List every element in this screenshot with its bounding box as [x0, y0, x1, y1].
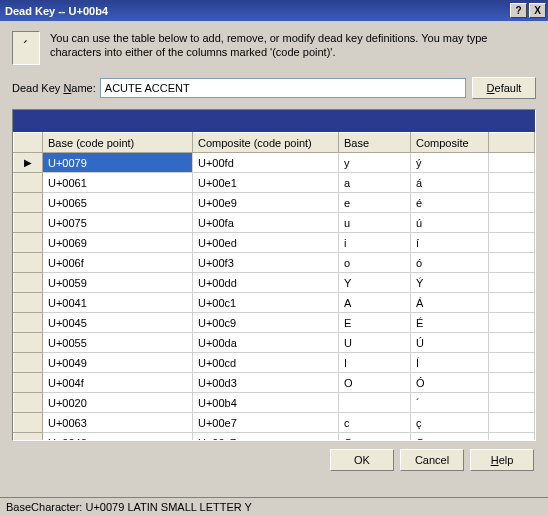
cell-base[interactable]: i [339, 233, 411, 253]
cell-comp_cp[interactable]: U+00ed [193, 233, 339, 253]
cell-base_cp[interactable]: U+0055 [43, 333, 193, 353]
cell-comp_cp[interactable]: U+00c9 [193, 313, 339, 333]
cell-comp_cp[interactable]: U+00d3 [193, 373, 339, 393]
cell-comp_cp[interactable]: U+00e9 [193, 193, 339, 213]
help-dialog-button[interactable]: Help [470, 449, 534, 471]
help-button[interactable]: ? [510, 3, 527, 18]
cell-base[interactable]: U [339, 333, 411, 353]
row-marker[interactable] [14, 313, 43, 333]
table-row[interactable]: U+0020U+00b4´ [14, 393, 535, 413]
cell-base_cp[interactable]: U+0043 [43, 433, 193, 442]
cell-base[interactable]: y [339, 153, 411, 173]
col-composite[interactable]: Composite [411, 133, 489, 153]
cell-base[interactable]: o [339, 253, 411, 273]
cell-base_cp[interactable]: U+004f [43, 373, 193, 393]
cell-base_cp[interactable]: U+0020 [43, 393, 193, 413]
cell-comp_cp[interactable]: U+00f3 [193, 253, 339, 273]
cell-comp[interactable]: Á [411, 293, 489, 313]
table-row[interactable]: ▶U+0079U+00fdyý [14, 153, 535, 173]
table-row[interactable]: U+0063U+00e7cç [14, 413, 535, 433]
cell-base[interactable]: A [339, 293, 411, 313]
close-button[interactable]: X [529, 3, 546, 18]
row-marker[interactable] [14, 353, 43, 373]
cell-comp[interactable]: ó [411, 253, 489, 273]
cell-base_cp[interactable]: U+0049 [43, 353, 193, 373]
cell-base_cp[interactable]: U+0079 [43, 153, 193, 173]
cell-base[interactable]: u [339, 213, 411, 233]
cell-base[interactable]: E [339, 313, 411, 333]
row-marker[interactable] [14, 253, 43, 273]
cell-comp_cp[interactable]: U+00c7 [193, 433, 339, 442]
cell-base_cp[interactable]: U+0061 [43, 173, 193, 193]
cell-comp_cp[interactable]: U+00da [193, 333, 339, 353]
row-marker[interactable]: ▶ [14, 153, 43, 173]
cell-base_cp[interactable]: U+006f [43, 253, 193, 273]
mapping-grid[interactable]: Base (code point) Composite (code point)… [12, 109, 536, 441]
cell-base_cp[interactable]: U+0041 [43, 293, 193, 313]
row-marker[interactable] [14, 273, 43, 293]
table-row[interactable]: U+0041U+00c1AÁ [14, 293, 535, 313]
table-row[interactable]: U+0049U+00cdIÍ [14, 353, 535, 373]
table-row[interactable]: U+0075U+00fauú [14, 213, 535, 233]
cell-base_cp[interactable]: U+0063 [43, 413, 193, 433]
cell-comp_cp[interactable]: U+00fd [193, 153, 339, 173]
cell-comp[interactable]: ´ [411, 393, 489, 413]
cell-comp[interactable]: Ý [411, 273, 489, 293]
cell-comp_cp[interactable]: U+00fa [193, 213, 339, 233]
cell-comp_cp[interactable]: U+00cd [193, 353, 339, 373]
row-marker[interactable] [14, 213, 43, 233]
row-marker[interactable] [14, 413, 43, 433]
cell-base[interactable]: C [339, 433, 411, 442]
cell-comp_cp[interactable]: U+00c1 [193, 293, 339, 313]
cell-comp_cp[interactable]: U+00e1 [193, 173, 339, 193]
row-marker[interactable] [14, 433, 43, 442]
cell-base[interactable]: I [339, 353, 411, 373]
row-marker[interactable] [14, 373, 43, 393]
cell-comp_cp[interactable]: U+00e7 [193, 413, 339, 433]
cell-comp[interactable]: ç [411, 413, 489, 433]
cell-comp[interactable]: Ó [411, 373, 489, 393]
table-row[interactable]: U+004fU+00d3OÓ [14, 373, 535, 393]
cell-base_cp[interactable]: U+0069 [43, 233, 193, 253]
cell-base_cp[interactable]: U+0075 [43, 213, 193, 233]
cell-base_cp[interactable]: U+0059 [43, 273, 193, 293]
dead-key-name-input[interactable] [100, 78, 466, 98]
table-row[interactable]: U+0061U+00e1aá [14, 173, 535, 193]
cell-base[interactable]: O [339, 373, 411, 393]
row-marker[interactable] [14, 393, 43, 413]
row-marker[interactable] [14, 193, 43, 213]
col-composite-codepoint[interactable]: Composite (code point) [193, 133, 339, 153]
default-button[interactable]: Default [472, 77, 536, 99]
col-base[interactable]: Base [339, 133, 411, 153]
col-base-codepoint[interactable]: Base (code point) [43, 133, 193, 153]
cell-base[interactable]: c [339, 413, 411, 433]
cell-base[interactable]: a [339, 173, 411, 193]
cell-comp[interactable]: É [411, 313, 489, 333]
table-row[interactable]: U+0069U+00edií [14, 233, 535, 253]
cell-comp[interactable]: Ç [411, 433, 489, 442]
cell-comp[interactable]: Ú [411, 333, 489, 353]
cell-comp[interactable]: í [411, 233, 489, 253]
cell-comp[interactable]: ú [411, 213, 489, 233]
table-row[interactable]: U+006fU+00f3oó [14, 253, 535, 273]
cell-comp[interactable]: Í [411, 353, 489, 373]
cell-comp[interactable]: ý [411, 153, 489, 173]
table-row[interactable]: U+0055U+00daUÚ [14, 333, 535, 353]
ok-button[interactable]: OK [330, 449, 394, 471]
cell-comp_cp[interactable]: U+00b4 [193, 393, 339, 413]
table-row[interactable]: U+0043U+00c7CÇ [14, 433, 535, 442]
cell-comp[interactable]: á [411, 173, 489, 193]
table-row[interactable]: U+0059U+00ddYÝ [14, 273, 535, 293]
cell-comp[interactable]: é [411, 193, 489, 213]
cell-base_cp[interactable]: U+0045 [43, 313, 193, 333]
cell-base[interactable] [339, 393, 411, 413]
cancel-button[interactable]: Cancel [400, 449, 464, 471]
table-row[interactable]: U+0045U+00c9EÉ [14, 313, 535, 333]
row-marker[interactable] [14, 293, 43, 313]
cell-base[interactable]: Y [339, 273, 411, 293]
row-marker[interactable] [14, 333, 43, 353]
cell-base[interactable]: e [339, 193, 411, 213]
row-marker[interactable] [14, 173, 43, 193]
row-marker[interactable] [14, 233, 43, 253]
cell-base_cp[interactable]: U+0065 [43, 193, 193, 213]
